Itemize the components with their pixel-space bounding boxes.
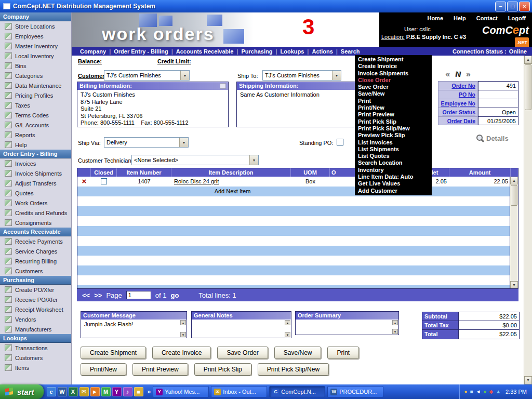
sidebar-section-company[interactable]: Company xyxy=(0,12,71,21)
scrollbar-thumb[interactable] xyxy=(511,185,517,206)
sidebar-section-lookups[interactable]: Lookups xyxy=(0,334,71,343)
taskbar-task-yahoo-mes[interactable]: YYahoo! Mes... xyxy=(153,386,209,397)
sidebar-item-items[interactable]: Items xyxy=(0,363,71,373)
sidebar-item-invoices[interactable]: Invoices xyxy=(0,158,71,168)
internet-explorer-icon[interactable]: e xyxy=(47,387,56,396)
button-print-preview[interactable]: Print Preview xyxy=(132,363,188,376)
page-input[interactable] xyxy=(126,291,151,299)
button-print[interactable]: Print xyxy=(327,347,359,359)
customer-technician-select[interactable]: <None Selected> ▼ xyxy=(131,155,259,165)
taskbar-clock[interactable]: 2:33 PM xyxy=(503,389,527,395)
menubar-item-order-entry-billing[interactable]: Order Entry - Billing xyxy=(111,48,171,55)
menubar-item-search[interactable]: Search xyxy=(338,48,363,55)
ship-via-select[interactable]: Delivery ▼ xyxy=(104,137,189,148)
general-notes-content[interactable]: ▲ ▼ xyxy=(192,320,291,338)
sidebar-item-consignments[interactable]: Consignments xyxy=(0,218,71,228)
scroll-down-icon[interactable]: ▼ xyxy=(392,329,398,334)
chevron-down-icon[interactable]: ▼ xyxy=(179,138,188,147)
chevron-down-icon[interactable]: ▼ xyxy=(180,71,189,80)
sidebar-item-service-charges[interactable]: Service Charges xyxy=(0,246,71,256)
sidebar-item-employees[interactable]: Employees xyxy=(0,31,71,41)
column-header-col-0[interactable] xyxy=(77,168,91,177)
sidebar-item-transactions[interactable]: Transactions xyxy=(0,343,71,353)
ship-to-select[interactable]: TJ's Custom Finishes ▼ xyxy=(262,70,341,81)
actions-menu-item-print-new[interactable]: Print/New xyxy=(355,104,432,111)
scrollbar-thumb[interactable] xyxy=(525,64,531,110)
details-button[interactable]: Details xyxy=(476,134,509,142)
sidebar-item-master-inventory[interactable]: Master Inventory xyxy=(0,41,71,51)
maximize-button[interactable]: □ xyxy=(507,2,518,11)
sidebar-item-g-l-accounts[interactable]: G/L Accounts xyxy=(0,120,71,130)
sidebar-item-reports[interactable]: Reports xyxy=(0,130,71,140)
update-tray-icon[interactable]: ◆ xyxy=(489,388,493,395)
outlook-icon[interactable]: ✉ xyxy=(79,387,89,396)
actions-menu-item-line-item-data-auto[interactable]: Line Item Data: Auto xyxy=(355,174,432,180)
sidebar-item-customers[interactable]: Customers xyxy=(0,353,71,363)
scroll-down-icon[interactable]: ▼ xyxy=(285,332,290,337)
volume-tray-icon[interactable]: ◄ xyxy=(475,388,481,395)
customer-select[interactable]: TJ's Custom Finishes ▼ xyxy=(104,70,190,81)
actions-menu-item-list-quotes[interactable]: List Quotes xyxy=(355,153,432,159)
order-field-label-order-date[interactable]: Order Date xyxy=(438,116,478,125)
record-nav-letter[interactable]: N xyxy=(456,70,463,78)
music-icon[interactable]: ♪ xyxy=(123,387,132,396)
column-header-closed[interactable]: Closed xyxy=(91,168,117,177)
prev-record-icon[interactable]: « xyxy=(446,70,451,78)
messenger-icon[interactable]: M xyxy=(101,387,111,396)
menubar-item-accounts-receivable[interactable]: Accounts Receivable xyxy=(173,48,237,55)
media-player-icon[interactable]: ► xyxy=(90,387,100,396)
sidebar-item-create-po-xfer[interactable]: Create PO/Xfer xyxy=(0,285,71,295)
sidebar-item-receive-po-xfer[interactable]: Receive PO/Xfer xyxy=(0,295,71,304)
location-label[interactable]: Location: xyxy=(381,34,405,40)
scroll-down-icon[interactable]: ▼ xyxy=(180,332,186,337)
actions-menu-item-save-new[interactable]: Save/New xyxy=(355,90,432,97)
messenger-tray-icon[interactable]: ● xyxy=(483,388,486,395)
sidebar-item-manufacturers[interactable]: Manufacturers xyxy=(0,324,71,334)
menubar-item-purchasing[interactable]: Purchasing xyxy=(238,48,276,55)
button-save-order[interactable]: Save Order xyxy=(217,347,268,359)
network-tray-icon[interactable]: ■ xyxy=(470,388,473,395)
customer-label[interactable]: Customer: xyxy=(78,73,107,79)
nav-link-help[interactable]: Help xyxy=(454,15,466,21)
sidebar-item-receipt-worksheet[interactable]: Receipt Worksheet xyxy=(0,304,71,314)
actions-menu-item-print-pick-slip-new[interactable]: Print Pick Slip/New xyxy=(355,125,432,132)
sidebar-item-categories[interactable]: Categories xyxy=(0,71,71,81)
button-save-new[interactable]: Save/New xyxy=(274,347,322,359)
start-button[interactable]: start xyxy=(0,384,44,399)
taskbar-task-inbox-out[interactable]: ✉Inbox - Out... xyxy=(211,386,267,397)
sidebar-item-pricing-profiles[interactable]: Pricing Profiles xyxy=(0,90,71,100)
quick-launch-more-icon[interactable]: » xyxy=(147,388,152,395)
actions-menu-item-search-location[interactable]: Search Location xyxy=(355,159,432,166)
scroll-up-icon[interactable]: ▲ xyxy=(392,320,398,325)
page-scrollbar[interactable]: ▲ ▼ xyxy=(524,56,532,384)
sidebar-item-work-orders[interactable]: Work Orders xyxy=(0,198,71,208)
add-next-item-link[interactable]: Add Next Item xyxy=(215,188,251,194)
taskbar-task-procedur[interactable]: WPROCEDUR... xyxy=(327,386,383,397)
actions-menu-item-create-invoice[interactable]: Create Invoice xyxy=(355,63,432,70)
scroll-up-icon[interactable]: ▲ xyxy=(180,320,186,325)
button-print-pick-slip[interactable]: Print Pick Slip xyxy=(194,363,251,376)
sidebar-item-vendors[interactable]: Vendors xyxy=(0,314,71,324)
prev-page-button[interactable]: << xyxy=(82,291,90,299)
button-create-invoice[interactable]: Create Invoice xyxy=(152,347,211,359)
order-field-label-order-status[interactable]: Order Status xyxy=(438,108,478,116)
actions-menu-item-list-shipments[interactable]: List Shipments xyxy=(355,146,432,153)
nav-link-contact[interactable]: Contact xyxy=(476,15,498,21)
actions-menu-item-add-customer[interactable]: Add Customer xyxy=(355,188,432,194)
sidebar-item-customers[interactable]: Customers xyxy=(0,266,71,276)
sidebar-item-taxes[interactable]: Taxes xyxy=(0,100,71,110)
menubar-item-actions[interactable]: Actions xyxy=(309,48,336,55)
scroll-down-icon[interactable]: ▼ xyxy=(510,281,518,289)
nav-link-home[interactable]: Home xyxy=(427,15,443,21)
column-header-item-number[interactable]: Item Number xyxy=(117,168,171,177)
column-header-amount[interactable]: Amount xyxy=(449,168,511,177)
sidebar-section-order-entry-billing[interactable]: Order Entry - Billing xyxy=(0,150,71,158)
actions-menu-item-save-order[interactable]: Save Order xyxy=(355,84,432,90)
scroll-up-icon[interactable]: ▲ xyxy=(285,320,290,325)
antivirus-tray-icon[interactable]: ● xyxy=(464,388,467,395)
menubar-item-lookups[interactable]: Lookups xyxy=(277,48,308,55)
customer-message-content[interactable]: Jumpin Jack Flash! ▲ ▼ xyxy=(81,320,187,338)
notepad-icon[interactable] xyxy=(220,83,226,89)
sidebar-item-credits-and-refunds[interactable]: Credits and Refunds xyxy=(0,208,71,218)
sidebar-item-quotes[interactable]: Quotes xyxy=(0,188,71,198)
